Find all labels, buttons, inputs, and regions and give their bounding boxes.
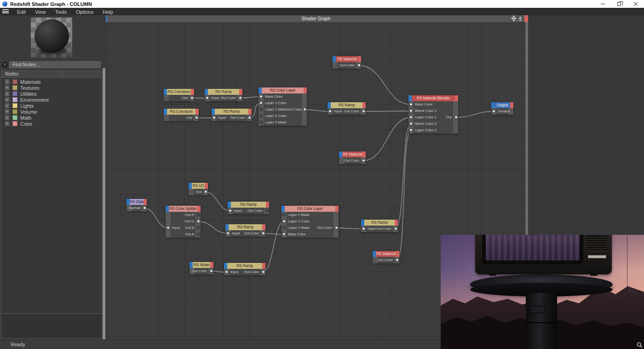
- sidebar-item-materials[interactable]: Materials: [1, 79, 102, 85]
- output-port[interactable]: [357, 64, 361, 67]
- hamburger-icon[interactable]: [2, 9, 9, 13]
- node-rs-state[interactable]: RS StateNormal: [126, 199, 147, 211]
- node-rs-ramp[interactable]: RS RampInputOut Color: [212, 109, 252, 121]
- node-rs-ramp[interactable]: RS RampInputOut Color: [224, 263, 265, 275]
- node-rs-color-layer[interactable]: RS Color LayerBase ColorLayer 1 ColorLay…: [259, 87, 307, 126]
- input-port[interactable]: [259, 101, 263, 105]
- expand-icon[interactable]: [5, 80, 9, 84]
- input-port[interactable]: [328, 110, 332, 113]
- output-port[interactable]: [454, 116, 458, 119]
- move-panel-icon[interactable]: [512, 16, 516, 21]
- menu-view[interactable]: View: [30, 9, 51, 15]
- node-rs-ramp[interactable]: RS RampInputOut Color: [228, 202, 269, 214]
- output-port[interactable]: [362, 159, 365, 162]
- input-port[interactable]: [409, 103, 413, 106]
- node-rs-curvature[interactable]: RS CurvatureOut: [164, 109, 199, 121]
- output-port[interactable]: [265, 209, 269, 212]
- magnifier-icon[interactable]: [637, 342, 643, 348]
- input-port[interactable]: [409, 122, 413, 125]
- node-rs-ramp[interactable]: RS RampInputOut Color: [361, 220, 398, 232]
- search-input[interactable]: [9, 61, 101, 68]
- output-port[interactable]: [262, 232, 265, 235]
- sidebar-item-utilities[interactable]: Utilities: [1, 91, 102, 97]
- expand-icon[interactable]: [5, 92, 9, 96]
- expand-icon[interactable]: [5, 104, 9, 108]
- material-preview[interactable]: [31, 17, 72, 58]
- input-port[interactable]: [259, 114, 263, 117]
- input-port[interactable]: [259, 95, 263, 98]
- input-port[interactable]: [206, 96, 209, 99]
- sidebar-item-environment[interactable]: Environment: [1, 97, 102, 103]
- input-port[interactable]: [213, 116, 216, 119]
- node-rs-material[interactable]: RS MaterialOut Color: [333, 56, 361, 69]
- node-rs-material[interactable]: RS MaterialOut Color: [373, 251, 399, 263]
- output-port[interactable]: [210, 269, 213, 273]
- tree-header[interactable]: Nodes: [1, 71, 102, 78]
- node-rs-ramp[interactable]: RS RampInputOut Color: [225, 224, 265, 237]
- output-port[interactable]: [195, 116, 198, 119]
- input-port[interactable]: [492, 110, 495, 113]
- expand-icon[interactable]: [5, 86, 9, 90]
- input-port[interactable]: [282, 213, 286, 216]
- sidebar-item-color[interactable]: Color: [1, 121, 102, 127]
- sidebar-item-math[interactable]: Math: [1, 115, 102, 121]
- minimize-button[interactable]: [594, 0, 611, 8]
- sidebar-item-textures[interactable]: Textures: [1, 85, 102, 91]
- node-rs-curvature[interactable]: RS CurvatureOut: [164, 89, 194, 101]
- output-port[interactable]: [335, 226, 338, 229]
- output-port[interactable]: [143, 206, 146, 209]
- sidebar-item-volume[interactable]: Volume: [1, 109, 102, 115]
- clear-search-button[interactable]: ✕: [2, 62, 8, 68]
- menu-options[interactable]: Options: [71, 9, 98, 15]
- input-port[interactable]: [167, 226, 170, 229]
- close-button[interactable]: [627, 0, 644, 8]
- graph-panel-header[interactable]: Shader Graph: [104, 15, 528, 22]
- column-divider[interactable]: [63, 71, 63, 78]
- output-port[interactable]: [362, 110, 365, 113]
- expand-icon[interactable]: [5, 110, 9, 114]
- node-rs-ao[interactable]: RS AOOut: [189, 183, 208, 195]
- input-port[interactable]: [282, 233, 286, 236]
- output-port[interactable]: [396, 258, 399, 262]
- input-port[interactable]: [409, 128, 413, 132]
- node-rs-material-blender[interactable]: RS Material BlenderBase ColorBlend Color…: [408, 95, 458, 134]
- output-port[interactable]: [394, 227, 397, 230]
- input-port[interactable]: [409, 109, 413, 112]
- output-port[interactable]: [197, 226, 200, 229]
- node-rs-noise[interactable]: RS NoiseOut Color: [190, 262, 213, 274]
- output-port[interactable]: [197, 213, 200, 216]
- input-port[interactable]: [259, 108, 263, 111]
- node-rs-color-splitter[interactable]: RS Color SplitterOut ROut GInputOut BOut…: [166, 206, 201, 238]
- menu-edit[interactable]: Edit: [12, 9, 30, 15]
- output-port[interactable]: [239, 96, 242, 99]
- node-rs-color-layer[interactable]: RS Color LayerLayer 1 MaskLayer 2 ColorL…: [282, 206, 339, 238]
- input-port[interactable]: [229, 209, 232, 212]
- expand-icon[interactable]: [5, 98, 9, 102]
- menu-tools[interactable]: Tools: [51, 9, 72, 15]
- node-rs-ramp[interactable]: RS RampInputOut Color: [205, 89, 242, 101]
- node-rs-ramp[interactable]: RS RampInputOut Color: [328, 102, 366, 115]
- restore-button[interactable]: [611, 0, 627, 8]
- menu-help[interactable]: Help: [98, 9, 118, 15]
- input-port[interactable]: [362, 227, 365, 230]
- sidebar-scrollbar[interactable]: [102, 68, 105, 339]
- output-port[interactable]: [197, 220, 200, 223]
- output-port[interactable]: [248, 116, 251, 119]
- input-port[interactable]: [282, 220, 286, 223]
- input-port[interactable]: [226, 232, 230, 235]
- node-rs-material[interactable]: RS MaterialOut Color: [339, 151, 366, 164]
- expand-icon[interactable]: [5, 116, 9, 120]
- expand-icon[interactable]: [5, 122, 9, 126]
- output-port[interactable]: [190, 96, 194, 99]
- input-port[interactable]: [409, 116, 413, 119]
- sidebar-item-lights[interactable]: Lights: [1, 103, 102, 109]
- dock-panel-icon[interactable]: [518, 16, 523, 21]
- output-port[interactable]: [303, 108, 306, 111]
- output-port[interactable]: [197, 233, 200, 236]
- node-output[interactable]: OutputSurface: [491, 102, 513, 115]
- input-port[interactable]: [259, 121, 263, 124]
- output-port[interactable]: [204, 190, 207, 193]
- input-port[interactable]: [225, 270, 228, 273]
- output-port[interactable]: [262, 270, 265, 273]
- input-port[interactable]: [282, 226, 286, 229]
